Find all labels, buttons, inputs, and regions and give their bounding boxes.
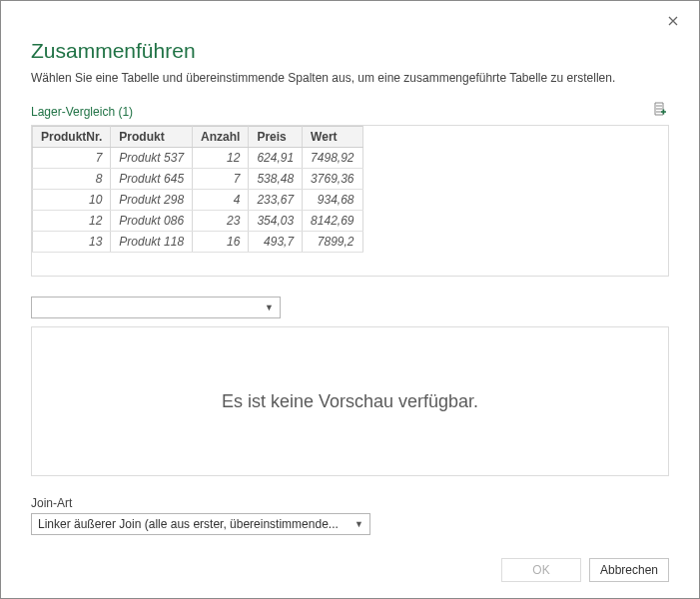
join-dropdown-selected: Linker äußerer Join (alle aus erster, üb… (38, 517, 339, 531)
cell: 16 (193, 232, 249, 253)
cell: 10 (33, 190, 111, 211)
dialog-subtitle: Wählen Sie eine Tabelle und übereinstimm… (31, 71, 669, 85)
cell: 7498,92 (303, 148, 362, 169)
preview-empty-text: Es ist keine Vorschau verfügbar. (222, 391, 478, 412)
table-expand-icon (653, 102, 667, 122)
table-header-row: ProduktNr. Produkt Anzahl Preis Wert (33, 127, 363, 148)
cell: 3769,36 (303, 169, 362, 190)
cell: 7899,2 (303, 232, 362, 253)
second-table-preview: Es ist keine Vorschau verfügbar. (31, 326, 669, 476)
cell: 934,68 (303, 190, 362, 211)
col-header[interactable]: Produkt (111, 127, 193, 148)
cancel-button[interactable]: Abbrechen (589, 558, 669, 582)
cell: Produkt 645 (111, 169, 193, 190)
col-header[interactable]: Anzahl (193, 127, 249, 148)
cell: Produkt 086 (111, 211, 193, 232)
expand-table-button[interactable] (651, 103, 669, 121)
table-row: 8 Produkt 645 7 538,48 3769,36 (33, 169, 363, 190)
cell: 233,67 (249, 190, 303, 211)
close-button[interactable] (659, 9, 687, 33)
table-row: 10 Produkt 298 4 233,67 934,68 (33, 190, 363, 211)
join-type-dropdown[interactable]: Linker äußerer Join (alle aus erster, üb… (31, 513, 370, 535)
cell: Produkt 298 (111, 190, 193, 211)
cell: 624,91 (249, 148, 303, 169)
merge-dialog: Zusammenführen Wählen Sie eine Tabelle u… (0, 0, 700, 599)
cell: 4 (193, 190, 249, 211)
cell: 7 (193, 169, 249, 190)
cell: 8142,69 (303, 211, 362, 232)
cell: Produkt 537 (111, 148, 193, 169)
cell: 7 (33, 148, 111, 169)
cell: 354,03 (249, 211, 303, 232)
col-header[interactable]: Wert (303, 127, 362, 148)
first-table-name: Lager-Vergleich (1) (31, 105, 133, 119)
table-row: 12 Produkt 086 23 354,03 8142,69 (33, 211, 363, 232)
table-row: 7 Produkt 537 12 624,91 7498,92 (33, 148, 363, 169)
chevron-down-icon: ▼ (265, 302, 274, 312)
cell: 12 (193, 148, 249, 169)
cell: 23 (193, 211, 249, 232)
cell: 538,48 (249, 169, 303, 190)
chevron-down-icon: ▼ (354, 519, 363, 529)
col-header[interactable]: Preis (249, 127, 303, 148)
cell: 13 (33, 232, 111, 253)
dialog-buttons: OK Abbrechen (501, 558, 669, 582)
cell: Produkt 118 (111, 232, 193, 253)
data-table: ProduktNr. Produkt Anzahl Preis Wert 7 P… (32, 126, 363, 253)
first-table-preview: ProduktNr. Produkt Anzahl Preis Wert 7 P… (31, 125, 669, 277)
dialog-title: Zusammenführen (31, 39, 669, 63)
second-table-dropdown[interactable]: ▼ (31, 297, 281, 318)
join-type-label: Join-Art (31, 496, 669, 510)
cell: 12 (33, 211, 111, 232)
cell: 8 (33, 169, 111, 190)
col-header[interactable]: ProduktNr. (33, 127, 111, 148)
close-icon (668, 13, 678, 29)
table-row: 13 Produkt 118 16 493,7 7899,2 (33, 232, 363, 253)
cell: 493,7 (249, 232, 303, 253)
ok-button[interactable]: OK (501, 558, 581, 582)
